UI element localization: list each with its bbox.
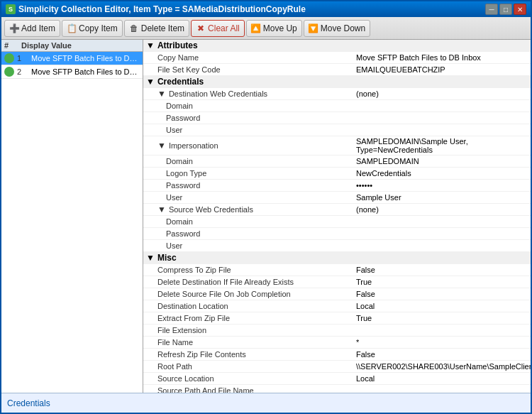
impersonation-label: ▼Impersonation bbox=[143, 141, 356, 151]
content-area: # Display Value 1 Move SFTP Batch Files … bbox=[1, 40, 531, 393]
misc-section-header[interactable]: ▼ Misc bbox=[143, 252, 531, 264]
add-item-label: Add Item bbox=[21, 23, 55, 33]
compress-zip-label: Compress To Zip File bbox=[143, 266, 356, 274]
imp-user-label: User bbox=[143, 193, 356, 202]
delete-source-row[interactable]: Delete Source File On Job Completion Fal… bbox=[143, 288, 531, 300]
list-item[interactable]: 1 Move SFTP Batch Files to DB Inbox bbox=[1, 52, 143, 65]
extract-zip-row[interactable]: Extract From Zip File True bbox=[143, 312, 531, 325]
move-up-button[interactable]: 🔼 Move Up bbox=[246, 20, 302, 37]
dest-web-creds-value: (none) bbox=[356, 89, 531, 98]
src-password-label: Password bbox=[143, 229, 356, 238]
delete-source-value: False bbox=[356, 290, 531, 298]
root-path-row[interactable]: Root Path \\SERVER002\SHARE003\UserName\… bbox=[143, 361, 531, 373]
toolbar: ➕ Add Item 📋 Copy Item 🗑 Delete Item ✖ C… bbox=[1, 17, 531, 40]
move-up-label: Move Up bbox=[263, 23, 297, 33]
refresh-zip-row[interactable]: Refresh Zip File Contents False bbox=[143, 349, 531, 361]
source-web-creds-row[interactable]: ▼Source Web Credentials (none) bbox=[143, 204, 531, 216]
main-window: S Simplicity Collection Editor, Item Typ… bbox=[0, 0, 532, 414]
list-header: # Display Value bbox=[1, 40, 143, 52]
bottom-bar: Credentials bbox=[1, 393, 531, 413]
dest-location-row[interactable]: Destination Location Local bbox=[143, 300, 531, 312]
copy-item-button[interactable]: 📋 Copy Item bbox=[62, 20, 123, 37]
close-button[interactable]: ✕ bbox=[514, 4, 526, 15]
dest-location-value: Local bbox=[356, 302, 531, 310]
dest-password-row[interactable]: Password bbox=[143, 112, 531, 124]
file-set-key-label: File Set Key Code bbox=[143, 65, 356, 74]
dest-web-creds-label: ▼Destination Web Credentials bbox=[143, 89, 356, 99]
maximize-button[interactable]: □ bbox=[499, 4, 512, 15]
extract-zip-label: Extract From Zip File bbox=[143, 314, 356, 322]
source-location-value: Local bbox=[356, 374, 531, 383]
item-active-icon bbox=[4, 67, 14, 77]
src-password-row[interactable]: Password bbox=[143, 228, 531, 240]
source-path-row[interactable]: Source Path And File Name bbox=[143, 385, 531, 393]
delete-source-label: Delete Source File On Job Completion bbox=[143, 290, 356, 298]
move-up-icon: 🔼 bbox=[251, 23, 261, 33]
imp-password-value: •••••• bbox=[356, 181, 531, 190]
source-location-row[interactable]: Source Location Local bbox=[143, 373, 531, 385]
imp-user-row[interactable]: User Sample User bbox=[143, 192, 531, 204]
item-text: Move SFTP Batch Files to DB Inbox bbox=[31, 54, 140, 62]
imp-password-row[interactable]: Password •••••• bbox=[143, 180, 531, 192]
window-title: Simplicity Collection Editor, Item Type … bbox=[18, 4, 306, 14]
credentials-arrow-icon: ▼ bbox=[146, 77, 155, 87]
clear-all-label: Clear All bbox=[208, 23, 240, 33]
source-location-label: Source Location bbox=[143, 374, 356, 383]
dest-domain-row[interactable]: Domain bbox=[143, 100, 531, 112]
dest-location-label: Destination Location bbox=[143, 302, 356, 310]
compress-zip-value: False bbox=[356, 266, 531, 274]
credentials-label: Credentials bbox=[157, 77, 204, 87]
imp-password-label: Password bbox=[143, 181, 356, 190]
file-set-key-row[interactable]: File Set Key Code EMAILQUEUEBATCHZIP bbox=[143, 64, 531, 76]
compress-zip-row[interactable]: Compress To Zip File False bbox=[143, 264, 531, 276]
clear-all-button[interactable]: ✖ Clear All bbox=[191, 20, 245, 37]
source-web-creds-value: (none) bbox=[356, 205, 531, 214]
title-bar: S Simplicity Collection Editor, Item Typ… bbox=[1, 1, 531, 17]
col-num-header: # bbox=[4, 41, 21, 50]
file-name-row[interactable]: File Name * bbox=[143, 337, 531, 349]
refresh-zip-value: False bbox=[356, 350, 531, 359]
root-path-value: \\SERVER002\SHARE003\UserName\SampleClie… bbox=[356, 362, 531, 371]
extract-zip-value: True bbox=[356, 314, 531, 322]
file-name-label: File Name bbox=[143, 338, 356, 347]
refresh-zip-label: Refresh Zip File Contents bbox=[143, 350, 356, 359]
minimize-button[interactable]: ─ bbox=[485, 4, 498, 15]
dest-user-row[interactable]: User bbox=[143, 124, 531, 136]
src-domain-label: Domain bbox=[143, 217, 356, 226]
right-panel[interactable]: ▼ Attributes Copy Name Move SFTP Batch F… bbox=[143, 40, 531, 393]
root-path-label: Root Path bbox=[143, 362, 356, 371]
imp-logon-type-row[interactable]: Logon Type NewCredentials bbox=[143, 168, 531, 180]
misc-arrow-icon: ▼ bbox=[146, 253, 155, 263]
imp-logon-type-label: Logon Type bbox=[143, 169, 356, 178]
src-domain-row[interactable]: Domain bbox=[143, 216, 531, 228]
delete-item-button[interactable]: 🗑 Delete Item bbox=[124, 20, 189, 37]
imp-domain-label: Domain bbox=[143, 157, 356, 165]
delete-dest-row[interactable]: Delete Destination If File Already Exist… bbox=[143, 276, 531, 288]
dest-domain-label: Domain bbox=[143, 102, 356, 110]
bottom-bar-text: Credentials bbox=[7, 398, 50, 408]
dest-web-creds-row[interactable]: ▼Destination Web Credentials (none) bbox=[143, 88, 531, 100]
src-user-row[interactable]: User bbox=[143, 240, 531, 252]
file-name-value: * bbox=[356, 338, 531, 347]
move-down-button[interactable]: 🔽 Move Down bbox=[304, 20, 370, 37]
add-item-button[interactable]: ➕ Add Item bbox=[4, 20, 60, 37]
move-down-label: Move Down bbox=[321, 23, 365, 33]
attributes-section-header[interactable]: ▼ Attributes bbox=[143, 40, 531, 52]
list-item[interactable]: 2 Move SFTP Batch Files to DB Archiv... bbox=[1, 65, 143, 79]
col-display-header: Display Value bbox=[21, 41, 140, 50]
credentials-section-header[interactable]: ▼ Credentials bbox=[143, 76, 531, 88]
attributes-label: Attributes bbox=[157, 40, 198, 50]
dest-password-label: Password bbox=[143, 114, 356, 122]
delete-icon: 🗑 bbox=[129, 23, 139, 33]
file-extension-row[interactable]: File Extension bbox=[143, 325, 531, 337]
source-web-creds-label: ▼Source Web Credentials bbox=[143, 205, 356, 214]
move-down-icon: 🔽 bbox=[309, 23, 318, 33]
imp-domain-row[interactable]: Domain SAMPLEDOMAIN bbox=[143, 156, 531, 168]
copy-item-label: Copy Item bbox=[79, 23, 118, 33]
item-active-icon bbox=[4, 53, 14, 63]
clear-icon: ✖ bbox=[196, 23, 206, 33]
impersonation-row[interactable]: ▼Impersonation SAMPLEDOMAIN\Sample User,… bbox=[143, 136, 531, 156]
imp-user-value: Sample User bbox=[356, 193, 531, 202]
copy-name-row[interactable]: Copy Name Move SFTP Batch Files to DB In… bbox=[143, 52, 531, 64]
add-icon: ➕ bbox=[9, 23, 19, 33]
